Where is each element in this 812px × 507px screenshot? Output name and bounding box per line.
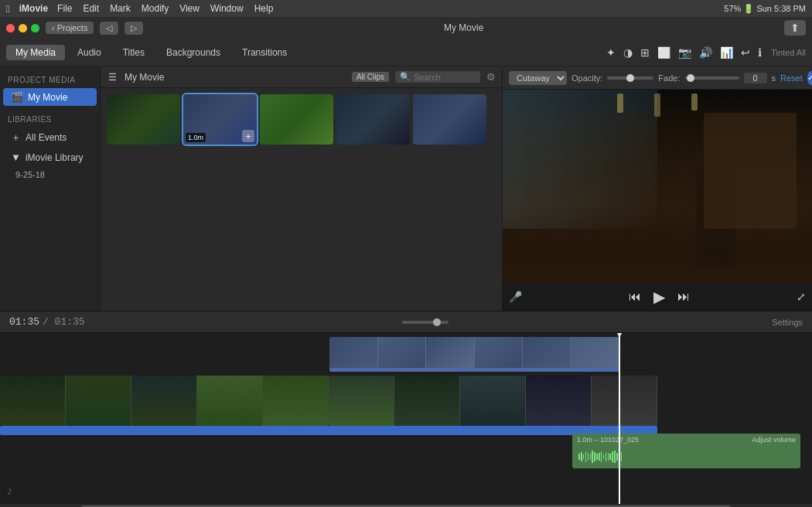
info-icon[interactable]: ℹ (756, 45, 763, 60)
nav-back-button[interactable]: ◁ (100, 22, 118, 35)
rewind-button[interactable]: ⏮ (629, 290, 641, 304)
nav-forward-button[interactable]: ▷ (125, 22, 143, 35)
color-correct-icon[interactable]: ◑ (622, 45, 634, 60)
date-label: 9-25-18 (15, 170, 45, 179)
tab-titles[interactable]: Titles (114, 45, 154, 60)
menu-items: File Edit Mark Modify View Window Help (57, 3, 273, 14)
fast-forward-button[interactable]: ⏭ (677, 290, 690, 304)
fullscreen-button[interactable]: ⤢ (797, 291, 806, 303)
media-thumb-5[interactable] (413, 94, 486, 145)
video-overlay-icon[interactable]: ⊞ (639, 45, 651, 60)
sidebar-item-all-events[interactable]: ＋ All Events (3, 128, 97, 148)
timeline-settings-button[interactable]: Settings (772, 318, 803, 327)
sidebar-item-imovie-library[interactable]: ▼ iMovie Library (3, 148, 97, 166)
speed-icon[interactable]: 📊 (718, 45, 735, 60)
cutaway-clip[interactable] (329, 337, 619, 372)
close-button[interactable] (6, 24, 15, 32)
noise-icon[interactable]: ↩ (739, 45, 752, 60)
maximize-button[interactable] (31, 24, 39, 32)
crop-icon[interactable]: ✦ (605, 45, 617, 60)
projects-label: Projects (57, 23, 88, 32)
libraries-label: LIBRARIES (0, 112, 100, 127)
window-title: My Movie (149, 22, 778, 33)
media-thumb-1[interactable] (107, 94, 180, 145)
menu-mark[interactable]: Mark (110, 3, 131, 14)
grid-view-button[interactable]: ☰ (107, 70, 118, 84)
cutaway-select[interactable]: Cutaway (509, 71, 567, 85)
menu-bar-left:  iMovie File Edit Mark Modify View Wind… (6, 3, 273, 15)
done-button[interactable]: ✓ (807, 71, 812, 85)
reset-button[interactable]: Reset (780, 73, 803, 83)
my-movie-label: My Movie (28, 92, 67, 103)
minimize-button[interactable] (19, 24, 27, 32)
playhead (619, 333, 620, 504)
search-input[interactable] (414, 73, 476, 82)
main-layout: PROJECT MEDIA 🎬 My Movie LIBRARIES ＋ All… (0, 66, 812, 311)
all-clips-badge[interactable]: All Clips (352, 72, 389, 82)
mic-button[interactable]: 🎤 (509, 291, 522, 303)
all-events-label: All Events (26, 132, 67, 143)
toolbar-icons: ✦ ◑ ⊞ ⬜ 📷 🔊 📊 ↩ ℹ Tinted All (605, 45, 806, 60)
apple-logo[interactable]:  (6, 3, 10, 15)
tab-my-media[interactable]: My Media (6, 45, 65, 60)
light-fixtures (617, 94, 698, 117)
menu-window[interactable]: Window (210, 3, 244, 14)
menu-help[interactable]: Help (254, 3, 274, 14)
sidebar-item-my-movie[interactable]: 🎬 My Movie (3, 88, 97, 106)
seconds-input[interactable]: 0 (744, 73, 767, 83)
media-settings-icon[interactable]: ⚙ (486, 71, 496, 83)
media-thumb-3[interactable] (260, 94, 333, 145)
camera-icon[interactable]: 📷 (677, 45, 693, 60)
timeline-header: 01:35 / 01:35 Settings (0, 311, 812, 333)
toolbar: My Media Audio Titles Backgrounds Transi… (0, 39, 812, 66)
share-button[interactable]: ⬆ (784, 20, 806, 36)
opacity-thumb[interactable] (626, 74, 634, 82)
fade-slider[interactable] (685, 77, 739, 80)
menu-view[interactable]: View (179, 3, 200, 14)
stabilize-icon[interactable]: ⬜ (656, 45, 672, 60)
main-audio-bar (0, 426, 657, 435)
main-clip-2[interactable] (329, 376, 657, 426)
zoom-thumb[interactable] (433, 318, 441, 326)
film-icon: 🎬 (11, 91, 23, 103)
timeline-timecode: 01:35 (9, 316, 39, 328)
preview-panel: Cutaway Opacity: Fade: 0 s Reset ✓ (503, 66, 812, 311)
menu-modify[interactable]: Modify (142, 3, 169, 14)
project-media-label: PROJECT MEDIA (0, 73, 100, 87)
plus-icon: ＋ (11, 131, 21, 145)
opacity-slider[interactable] (607, 77, 653, 80)
timeline-scrollbar[interactable] (0, 504, 812, 507)
s-label: s (772, 73, 776, 83)
zoom-slider[interactable] (402, 321, 449, 324)
sidebar-item-date[interactable]: 9-25-18 (3, 167, 97, 182)
search-icon: 🔍 (400, 72, 411, 82)
app-name: iMovie (19, 3, 48, 14)
check-icon: ✓ (807, 73, 812, 83)
tab-backgrounds[interactable]: Backgrounds (157, 45, 230, 60)
timeline-zoom (402, 321, 449, 324)
menu-file[interactable]: File (57, 3, 72, 14)
tab-audio[interactable]: Audio (68, 45, 111, 60)
thumb-add-button-2[interactable]: ＋ (242, 130, 254, 142)
tab-transitions[interactable]: Transitions (233, 45, 296, 60)
timeline-area: 01:35 / 01:35 Settings (0, 311, 812, 507)
media-thumb-4[interactable] (336, 94, 410, 145)
menu-edit[interactable]: Edit (83, 3, 99, 14)
audio-icon[interactable]: 🔊 (698, 45, 714, 60)
preview-controls: 🎤 ⏮ ▶ ⏭ ⤢ (503, 283, 812, 311)
media-thumb-2[interactable]: 1.0m ＋ (183, 94, 257, 145)
timeline-tracks[interactable]: 1.0m – 101027_025 Adjust volume (0, 333, 812, 504)
shelving (704, 113, 797, 229)
play-button[interactable]: ▶ (653, 288, 665, 306)
main-track (0, 376, 812, 426)
fade-label: Fade: (658, 73, 680, 83)
fade-thumb[interactable] (687, 74, 694, 82)
system-status: 57% 🔋 Sun 5:38 PM (724, 4, 806, 14)
media-browser-title: My Movie (125, 72, 346, 83)
audio-track[interactable]: 1.0m – 101027_025 Adjust volume (572, 434, 800, 468)
title-bar: ‹ Projects ◁ ▷ My Movie ⬆ (0, 17, 812, 39)
main-clip-1[interactable] (0, 376, 329, 426)
opacity-label: Opacity: (571, 73, 602, 83)
music-note-icon: ♪ (6, 484, 12, 498)
projects-button[interactable]: ‹ Projects (46, 22, 94, 34)
